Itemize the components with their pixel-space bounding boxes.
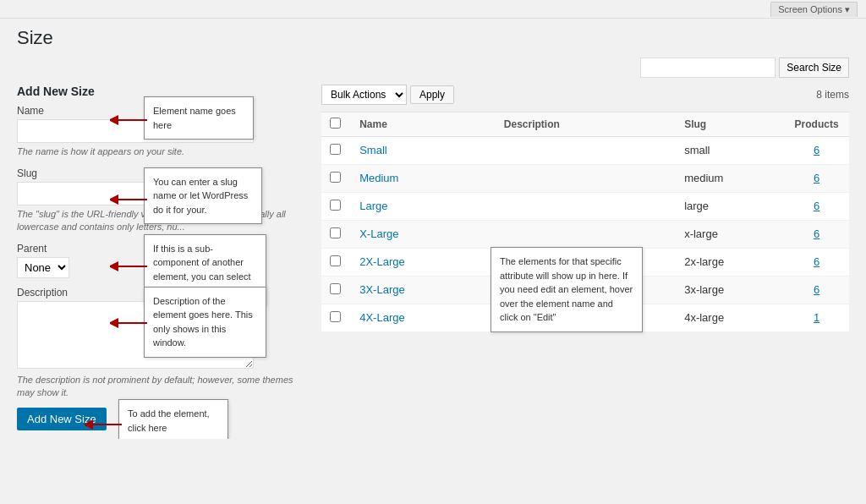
name-arrow: [110, 113, 147, 127]
row-slug-cell: 2x-large: [676, 249, 784, 277]
row-checkbox[interactable]: [330, 227, 341, 238]
table-row: Medium medium 6: [321, 165, 849, 193]
row-products-cell: 1: [784, 304, 849, 332]
row-products-cell: 6: [784, 165, 849, 193]
table-wrapper: Name Description Slug Products Small sma…: [321, 112, 849, 332]
row-products-link[interactable]: 6: [814, 227, 819, 240]
header-slug: Slug: [676, 112, 784, 137]
table-row: Small small 6: [321, 137, 849, 165]
row-products-link[interactable]: 1: [814, 311, 819, 324]
header-products: Products: [784, 112, 849, 137]
search-input[interactable]: [640, 58, 776, 78]
row-description-cell: [496, 221, 676, 249]
row-checkbox[interactable]: [330, 255, 341, 266]
slug-arrow: [110, 193, 147, 206]
row-products-cell: 6: [784, 137, 849, 165]
row-description-cell: [496, 165, 676, 193]
items-count: 8 items: [816, 89, 849, 101]
row-name-cell: 4X-Large: [351, 304, 496, 332]
row-name-cell: Medium: [351, 165, 496, 193]
parent-select[interactable]: None: [17, 257, 69, 278]
table-annotation-box: The elements for that specific attribute…: [491, 247, 643, 332]
row-checkbox-cell: [321, 304, 351, 332]
add-annotation-text: To add the element, click here: [118, 399, 228, 439]
row-checkbox-cell: [321, 165, 351, 193]
row-slug-cell: x-large: [676, 221, 784, 249]
row-name-link[interactable]: Large: [359, 200, 387, 212]
row-slug-cell: large: [676, 193, 784, 221]
name-group: Name The name is how it appears on your …: [17, 105, 304, 159]
header-checkbox: [321, 112, 351, 137]
desc-arrow: [110, 316, 147, 330]
right-panel: Bulk Actions Apply 8 items Name: [321, 85, 849, 332]
row-checkbox-cell: [321, 277, 351, 304]
row-slug-cell: 3x-large: [676, 277, 784, 304]
screen-options-button[interactable]: Screen Options ▾: [770, 2, 858, 17]
slug-annotation-text: You can enter a slug name or let WordPre…: [144, 167, 262, 225]
desc-annotation-text: Description of the element goes here. Th…: [144, 287, 266, 358]
name-annotation-text: Element name goes here: [144, 96, 254, 140]
row-products-link[interactable]: 6: [814, 200, 819, 212]
row-products-link[interactable]: 6: [814, 144, 819, 156]
top-bar: Screen Options ▾: [0, 0, 866, 19]
toolbar: Bulk Actions Apply 8 items: [321, 85, 849, 105]
row-checkbox[interactable]: [330, 283, 341, 294]
row-checkbox-cell: [321, 249, 351, 277]
apply-button[interactable]: Apply: [410, 85, 454, 104]
row-name-cell: Large: [351, 193, 496, 221]
add-arrow: [85, 418, 122, 431]
description-group: Description The description is not promi…: [17, 287, 304, 400]
parent-group: Parent None If this is a sub-component o…: [17, 243, 304, 278]
row-checkbox[interactable]: [330, 311, 341, 322]
row-checkbox-cell: [321, 193, 351, 221]
desc-annotation-box: Description of the element goes here. Th…: [144, 287, 266, 358]
row-name-link[interactable]: Small: [359, 144, 387, 156]
row-slug-cell: small: [676, 137, 784, 165]
row-name-link[interactable]: 4X-Large: [359, 311, 404, 324]
search-button[interactable]: Search Size: [779, 58, 849, 78]
table-header-row: Name Description Slug Products: [321, 112, 849, 137]
table-row: X-Large x-large 6: [321, 221, 849, 249]
row-checkbox-cell: [321, 221, 351, 249]
row-name-cell: 3X-Large: [351, 277, 496, 304]
row-products-link[interactable]: 6: [814, 255, 819, 268]
row-slug-cell: 4x-large: [676, 304, 784, 332]
row-description-cell: [496, 137, 676, 165]
row-products-link[interactable]: 6: [814, 283, 819, 296]
table-annotation-text: The elements for that specific attribute…: [491, 247, 643, 332]
name-help: The name is how it appears on your site.: [17, 145, 304, 158]
page-title: Size: [17, 27, 849, 49]
row-checkbox[interactable]: [330, 200, 341, 211]
row-checkbox[interactable]: [330, 144, 341, 155]
description-help: The description is not prominent by defa…: [17, 374, 304, 400]
select-all-checkbox[interactable]: [330, 118, 341, 129]
row-products-cell: 6: [784, 277, 849, 304]
table-head: Name Description Slug Products: [321, 112, 849, 137]
parent-arrow: [110, 260, 147, 273]
row-name-link[interactable]: Medium: [359, 172, 398, 184]
row-name-link[interactable]: 3X-Large: [359, 283, 404, 296]
row-checkbox[interactable]: [330, 172, 341, 183]
row-description-cell: [496, 193, 676, 221]
search-bar: Search Size: [17, 58, 849, 78]
slug-group: Slug The "slug" is the URL-friendly vers…: [17, 167, 304, 234]
table-row: Large large 6: [321, 193, 849, 221]
row-name-link[interactable]: 2X-Large: [359, 255, 404, 268]
row-products-cell: 6: [784, 249, 849, 277]
row-products-cell: 6: [784, 221, 849, 249]
main-content: Add New Size Name The name is how it app…: [17, 85, 849, 430]
name-annotation-box: Element name goes here: [144, 96, 254, 140]
row-products-link[interactable]: 6: [814, 172, 819, 184]
bulk-actions-select[interactable]: Bulk Actions: [321, 85, 407, 105]
row-products-cell: 6: [784, 193, 849, 221]
header-name: Name: [351, 112, 496, 137]
row-checkbox-cell: [321, 137, 351, 165]
row-name-link[interactable]: X-Large: [359, 227, 398, 240]
row-slug-cell: medium: [676, 165, 784, 193]
row-name-cell: 2X-Large: [351, 249, 496, 277]
toolbar-left: Bulk Actions Apply: [321, 85, 454, 105]
row-name-cell: Small: [351, 137, 496, 165]
row-name-cell: X-Large: [351, 221, 496, 249]
slug-annotation-box: You can enter a slug name or let WordPre…: [144, 167, 262, 225]
add-annotation-box: To add the element, click here: [118, 399, 228, 439]
